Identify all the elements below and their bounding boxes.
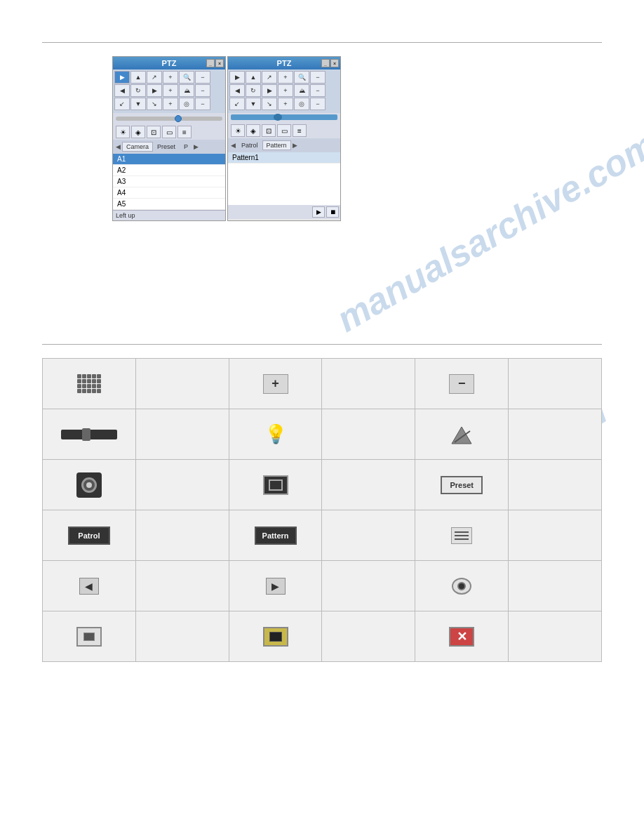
ptz-r-light-icon-btn[interactable]: ☀ (231, 124, 245, 137)
ptz-r-select-btn[interactable]: ▶ (229, 71, 245, 84)
ptz-r-menu-icon-btn[interactable]: ≡ (293, 124, 307, 137)
snapshot-button[interactable] (76, 627, 102, 647)
ptz-r-left-btn[interactable]: ◀ (229, 84, 245, 97)
ptz-right-close-button[interactable]: × (330, 59, 339, 67)
ptz-r-rect-icon-btn[interactable]: ▭ (277, 124, 291, 137)
ptz-r-up-btn[interactable]: ▲ (246, 71, 261, 84)
ptz-r-downright-btn[interactable]: ↘ (262, 98, 277, 110)
ptz-r-focus-plus-btn[interactable]: + (278, 84, 293, 97)
ptz-list-item-a3[interactable]: A3 (113, 176, 225, 187)
ptz-lens-icon-btn[interactable]: ⊡ (147, 126, 161, 138)
ptz-r-iris-plus-btn[interactable]: + (278, 98, 293, 110)
ptz-tab-p[interactable]: P (180, 142, 192, 152)
ptz-rotate-btn[interactable]: ↻ (130, 84, 146, 97)
ptz-minus2-btn[interactable]: − (195, 84, 210, 97)
ptz-r-circle-btn[interactable]: ◎ (294, 98, 309, 110)
ptz-right-tab-arrow-right[interactable]: ▶ (291, 142, 299, 149)
ptz-downright-btn[interactable]: ↘ (147, 98, 162, 110)
wiper-icon[interactable] (449, 424, 474, 445)
ptz-r-mountain-btn[interactable]: ⛰ (294, 84, 309, 97)
ptz-right-minimize-button[interactable]: _ (321, 59, 330, 67)
ptz-zoom-in-btn[interactable]: + (163, 71, 178, 84)
ptz-left-minimize-button[interactable]: _ (206, 59, 215, 67)
table-cell-record (415, 561, 509, 611)
ptz-r-rotate-btn[interactable]: ↻ (246, 84, 261, 97)
plus-icon[interactable]: + (263, 374, 288, 394)
delete-button[interactable]: ✕ (449, 627, 474, 647)
table-cell-pattern: Pattern (229, 510, 322, 561)
ptz-left-tabs: ◀ Camera Preset P ▶ (113, 140, 225, 154)
ptz-tab-patrol[interactable]: Patrol (237, 140, 262, 150)
ptz-search-btn[interactable]: 🔍 (179, 71, 194, 84)
ptz-left-slider[interactable] (116, 117, 222, 121)
ptz-select-btn[interactable]: ▶ (114, 71, 130, 84)
ptz-rect-icon-btn[interactable]: ▭ (162, 126, 176, 138)
ptz-left-btn[interactable]: ◀ (114, 84, 130, 97)
ptz-tab-pattern[interactable]: Pattern (262, 140, 291, 150)
ptz-right-list: Pattern1 ▶ ⏹ (228, 152, 340, 219)
ptz-r-lens-icon-btn[interactable]: ⊡ (262, 124, 276, 137)
slider-bar-icon[interactable] (61, 430, 117, 439)
patrol-button[interactable]: Patrol (68, 527, 110, 545)
ptz-stop-btn[interactable]: ⏹ (326, 206, 339, 218)
ptz-right-title-bar: PTZ _ × (228, 57, 340, 70)
ptz-left-list-area: A1 A2 A3 A4 A5 (113, 154, 225, 210)
ptz-focus-plus-btn[interactable]: + (163, 84, 178, 97)
bulb-cell: 💡 (229, 421, 322, 448)
ptz-tab-preset[interactable]: Preset (153, 142, 180, 152)
record-button[interactable] (452, 578, 471, 595)
ptz-mountain-btn[interactable]: ⛰ (179, 84, 194, 97)
ptz-list-item-a5[interactable]: A5 (113, 199, 225, 210)
ptz-r-minus3-btn[interactable]: − (310, 98, 326, 110)
table-cell-desc12 (509, 510, 602, 561)
table-cell-patrol: Patrol (43, 510, 136, 561)
ptz-list-item-a4[interactable]: A4 (113, 187, 225, 199)
ptz-right-title: PTZ (277, 59, 292, 67)
ptz-r-downleft-btn[interactable]: ↙ (229, 98, 245, 110)
focus-rect-icon[interactable] (263, 475, 288, 495)
minus-icon[interactable]: − (449, 374, 474, 394)
ptz-minus1-btn[interactable]: − (195, 71, 210, 84)
ptz-minus3-btn[interactable]: − (195, 98, 210, 110)
window-button[interactable] (263, 627, 288, 647)
menu-icon[interactable] (451, 527, 472, 544)
ptz-upright-btn[interactable]: ↗ (147, 71, 162, 84)
pattern-button[interactable]: Pattern (255, 527, 297, 545)
ptz-r-right-btn[interactable]: ▶ (262, 84, 277, 97)
lens-icon[interactable] (76, 472, 102, 498)
ptz-list-item-a1[interactable]: A1 (113, 154, 225, 165)
arrow-right-button[interactable]: ▶ (266, 578, 286, 595)
ptz-up-btn[interactable]: ▲ (130, 71, 146, 84)
ptz-right-tab-arrow-left[interactable]: ◀ (229, 142, 237, 149)
ptz-r-search-btn[interactable]: 🔍 (294, 71, 309, 84)
ptz-r-zoom-in-btn[interactable]: + (278, 71, 293, 84)
ptz-r-minus1-btn[interactable]: − (310, 71, 326, 84)
ptz-circle-btn[interactable]: ◎ (179, 98, 194, 110)
arrow-left-button[interactable]: ◀ (79, 578, 99, 595)
ptz-light-icon-btn[interactable]: ☀ (116, 126, 130, 138)
ptz-list-item-a2[interactable]: A2 (113, 165, 225, 176)
ptz-left-close-button[interactable]: × (215, 59, 224, 67)
table-cell-desc5 (322, 409, 415, 460)
ptz-menu-icon-btn[interactable]: ≡ (177, 126, 192, 138)
ptz-right-list-area: Pattern1 (228, 152, 340, 205)
ptz-wiper-icon-btn[interactable]: ◈ (131, 126, 145, 138)
bulb-icon[interactable]: 💡 (264, 423, 287, 445)
ptz-right-panel: PTZ _ × ▶ ▲ ↗ + 🔍 − ◀ ↻ ▶ + ⛰ − (227, 56, 341, 221)
ptz-list-item-pattern1[interactable]: Pattern1 (228, 152, 340, 164)
ptz-r-upright-btn[interactable]: ↗ (262, 71, 277, 84)
ptz-tab-camera[interactable]: Camera (122, 142, 153, 152)
ptz-r-minus2-btn[interactable]: − (310, 84, 326, 97)
ptz-right-bottom-btns: ▶ ⏹ (228, 205, 340, 219)
ptz-iris-plus-btn[interactable]: + (163, 98, 178, 110)
ptz-left-tab-arrow-right[interactable]: ▶ (192, 143, 200, 150)
ptz-r-wiper-icon-btn[interactable]: ◈ (246, 124, 260, 137)
ptz-down-btn[interactable]: ▼ (130, 98, 146, 110)
ptz-downleft-btn[interactable]: ↙ (114, 98, 130, 110)
ptz-start-btn[interactable]: ▶ (312, 206, 325, 218)
ptz-r-down-btn[interactable]: ▼ (246, 98, 261, 110)
ptz-right-btn[interactable]: ▶ (147, 84, 162, 97)
preset-button[interactable]: Preset (441, 476, 483, 494)
ptz-left-tab-arrow-left[interactable]: ◀ (114, 143, 122, 150)
table-cell-desc16 (135, 611, 229, 662)
